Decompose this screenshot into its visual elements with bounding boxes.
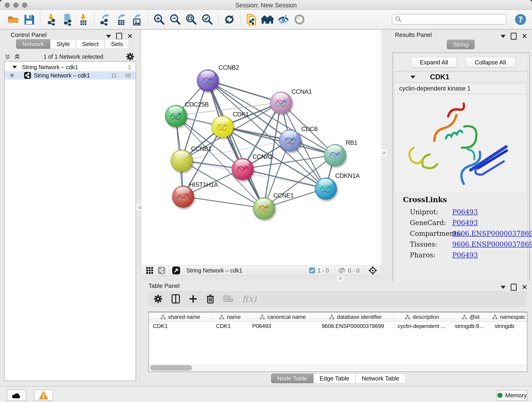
float-panel-icon[interactable] (116, 33, 122, 40)
table-cell[interactable]: 9606.ENSP00000378699 (317, 322, 393, 331)
selected-checkbox-icon[interactable] (309, 267, 315, 274)
network-node-ccne1[interactable] (253, 197, 275, 219)
network-node-ccnb2[interactable] (197, 70, 219, 91)
hide-selected-button[interactable] (277, 13, 290, 26)
search-input[interactable] (404, 16, 503, 23)
network-edge[interactable] (183, 196, 264, 208)
help-button[interactable]: ? (515, 13, 526, 26)
network-node-cdkn1a[interactable] (315, 178, 337, 200)
table-cell[interactable]: stringdb:9... (451, 322, 491, 331)
column-header-canonical-name[interactable]: canonical name (248, 313, 318, 322)
network-view-icon[interactable] (158, 267, 165, 274)
add-column-icon[interactable] (189, 295, 197, 303)
close-panel-icon[interactable]: ✕ (127, 33, 133, 39)
crosslink-link[interactable]: P06493 (452, 208, 478, 216)
scrollbar-thumb[interactable] (150, 365, 192, 370)
network-node-cdc25b[interactable] (165, 105, 187, 127)
hidden-eye-icon[interactable] (338, 268, 346, 274)
export-network-button[interactable] (99, 13, 112, 26)
tab-select[interactable]: Select (76, 39, 105, 49)
collapse-all-icon[interactable] (4, 53, 11, 60)
table-cell[interactable]: CDK1 (212, 322, 248, 331)
zoom-out-button[interactable] (169, 13, 182, 26)
tab-network-table[interactable]: Network Table (355, 374, 405, 383)
zoom-selected-button[interactable] (201, 13, 214, 26)
new-network-from-selection-button[interactable] (245, 13, 258, 26)
zoom-in-button[interactable] (153, 13, 166, 26)
float-panel-icon[interactable] (511, 284, 517, 291)
tab-network[interactable]: Network (16, 39, 50, 49)
network-node-rb1[interactable] (324, 144, 346, 166)
crosslink-link[interactable]: 9606.ENSP00000378699 (452, 240, 532, 248)
network-canvas[interactable]: CCNB2CCNA1CDC25BCDK1CDC6RB1CCNB1CCNA2CDK… (141, 30, 381, 265)
network-node-hist1h1a[interactable] (172, 186, 194, 208)
left-splitter[interactable] (138, 30, 141, 385)
open-session-button[interactable] (7, 13, 19, 26)
expand-all-button[interactable]: Expand All (411, 57, 457, 68)
table-cell[interactable]: cyclin-dependent ... (394, 322, 451, 331)
show-hide-annotations-button[interactable] (261, 13, 274, 26)
network-node-cdc6[interactable] (279, 129, 301, 152)
column-header-namespac[interactable]: namespac (491, 313, 527, 322)
table-cell[interactable]: P06493 (248, 322, 318, 331)
show-hidden-button[interactable] (293, 13, 306, 26)
float-panel-icon[interactable] (511, 33, 517, 40)
bottom-splitter-handle[interactable] (337, 275, 343, 281)
cloud-status-button[interactable] (7, 390, 26, 401)
tab-style[interactable]: Style (50, 39, 76, 49)
network-edge[interactable] (208, 80, 264, 208)
gene-expander-icon[interactable] (410, 76, 415, 79)
network-node-cdk1[interactable] (211, 116, 234, 138)
memory-button[interactable]: Memory (497, 390, 527, 401)
crosslink-link[interactable]: 9606.ENSP00000378699 (452, 230, 532, 237)
network-row-selected[interactable]: String Network – cdk1 11 48 (5, 71, 136, 80)
column-header-name[interactable]: name (212, 313, 248, 322)
collection-expander-icon[interactable] (12, 66, 17, 69)
zoom-fit-button[interactable] (185, 13, 198, 26)
close-panel-icon[interactable]: ✕ (522, 284, 527, 290)
save-session-button[interactable] (23, 13, 36, 26)
column-header-shared-name[interactable]: shared name (149, 313, 212, 322)
column-header-description[interactable]: description (394, 313, 451, 322)
column-header--id[interactable]: @id (451, 313, 491, 322)
search-field[interactable] (392, 14, 506, 25)
warnings-button[interactable] (34, 390, 53, 401)
detach-view-icon[interactable] (172, 266, 180, 274)
column-header-database-identifier[interactable]: database identifier (317, 313, 393, 322)
collapse-all-button[interactable]: Collapse All (465, 57, 515, 68)
crosslink-link[interactable]: P06493 (452, 251, 478, 259)
gene-header-row[interactable]: CDK1 (394, 72, 528, 83)
panel-menu-icon[interactable] (500, 286, 506, 289)
import-network-from-file-button[interactable] (45, 13, 57, 26)
expand-all-icon[interactable] (14, 53, 21, 60)
import-network-from-database-button[interactable] (61, 13, 74, 26)
network-node-ccnb1[interactable] (171, 150, 193, 172)
network-node-ccna2[interactable] (232, 158, 254, 180)
tab-string[interactable]: String (447, 40, 475, 49)
table-horizontal-scrollbar[interactable] (149, 364, 527, 371)
birdseye-icon[interactable] (368, 266, 377, 275)
network-collection-row[interactable]: String Network – cdk1 1 (5, 63, 136, 71)
apply-layout-button[interactable] (223, 13, 236, 26)
tab-sets[interactable]: Sets (105, 39, 129, 49)
table-settings-gear-icon[interactable] (154, 294, 162, 303)
right-splitter-handle[interactable] (381, 150, 387, 156)
crosslink-link[interactable]: P06493 (452, 219, 478, 227)
right-splitter[interactable] (381, 30, 389, 265)
network-edge[interactable] (208, 80, 281, 102)
tab-edge-table[interactable]: Edge Table (313, 374, 355, 383)
table-cell[interactable]: CDK1 (149, 322, 212, 331)
grid-view-icon[interactable] (146, 267, 153, 274)
show-columns-icon[interactable] (172, 294, 180, 303)
network-node-ccna1[interactable] (270, 92, 292, 114)
panel-menu-icon[interactable] (106, 35, 111, 38)
table-row[interactable]: CDK1CDK1P064939606.ENSP00000378699cyclin… (149, 322, 527, 331)
panel-menu-icon[interactable] (500, 35, 506, 38)
export-table-button[interactable] (115, 13, 128, 26)
tab-node-table[interactable]: Node Table (271, 374, 313, 383)
export-image-button[interactable] (131, 13, 144, 26)
import-table-from-file-button[interactable] (77, 13, 89, 26)
close-panel-icon[interactable]: ✕ (522, 33, 527, 39)
table-cell[interactable]: stringdb (491, 322, 527, 331)
delete-column-trash-icon[interactable] (206, 294, 214, 303)
